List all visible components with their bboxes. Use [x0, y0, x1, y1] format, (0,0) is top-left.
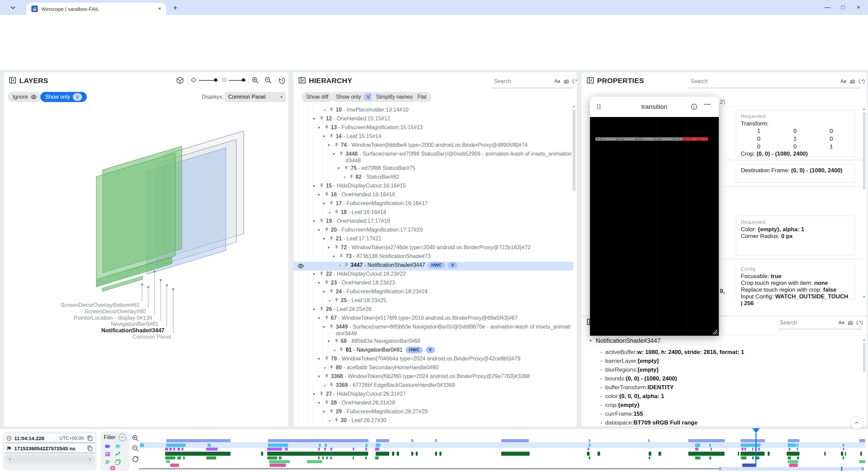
transactions-filter-icon[interactable] [115, 451, 121, 457]
pin-icon[interactable] [319, 306, 326, 312]
collapse-node-icon[interactable]: ▾ [338, 165, 344, 172]
pin-icon[interactable] [334, 142, 341, 148]
window-maximize-button[interactable]: □ [836, 0, 850, 15]
timeline-bar-protolog[interactable] [206, 456, 216, 459]
collapse-node-icon[interactable]: ▾ [318, 399, 324, 406]
selected-node-label[interactable]: NotificationShade#3447 [596, 337, 660, 345]
timeline-bar-surface-flinger[interactable] [325, 444, 327, 447]
timeline-bar-window-manager[interactable] [752, 448, 753, 451]
timeline-bar-transactions[interactable] [787, 452, 800, 456]
timeline-bar-transactions[interactable] [688, 452, 725, 456]
collapse-node-icon[interactable]: ▾ [323, 408, 329, 415]
info-icon[interactable] [690, 103, 698, 111]
timeline-bar-surface-flinger[interactable] [741, 444, 761, 447]
timeline-reset-zoom-icon[interactable] [132, 455, 139, 463]
collapse-node-icon[interactable]: ▾ [328, 142, 334, 149]
collapse-node-icon[interactable]: ▾ [313, 306, 319, 313]
timeline-bar-transactions[interactable] [439, 452, 441, 456]
property-row-dataspace[interactable]: dataspace: BT709 sRGB Full range [600, 419, 697, 426]
search-options[interactable]: Aaab(.*) [839, 320, 863, 325]
show-only-chip[interactable]: Show only V [40, 92, 87, 102]
layer-label[interactable]: PointerLocation - display 0#134 [74, 315, 152, 321]
timeline-bar-screen-recording[interactable] [589, 439, 590, 442]
pin-icon[interactable] [344, 165, 351, 171]
timeline-bar-surface-flinger[interactable] [589, 444, 591, 447]
timeline-bar-window-manager[interactable] [324, 448, 326, 451]
timeline-bar-transactions[interactable] [860, 452, 862, 456]
hierarchy-row-29[interactable]: ▾29 - FullscreenMagnification:26:27#29 [293, 408, 573, 417]
timeline-cursor-marker[interactable] [752, 428, 760, 433]
minimap-left-handle[interactable] [719, 467, 721, 471]
timeline-bar-protolog[interactable] [752, 456, 754, 459]
property-row-blurRegions[interactable]: blurRegions: [empty] [600, 367, 658, 373]
timeline-bar-transactions[interactable] [435, 452, 437, 456]
pin-icon[interactable] [329, 382, 336, 388]
collapse-node-icon[interactable]: ▾ [328, 338, 334, 345]
timeline-bar-surface-flinger[interactable] [797, 444, 798, 447]
timeline-bar-protolog[interactable] [322, 456, 324, 459]
timeline-bar-transactions[interactable] [501, 452, 530, 456]
spacing-slider-handle[interactable] [242, 78, 245, 82]
overlay-header[interactable]: transition — [590, 97, 719, 117]
tab-search-chevron-icon[interactable] [8, 3, 18, 12]
timeline-zoom-in-icon[interactable] [132, 434, 139, 442]
pin-icon[interactable] [329, 408, 336, 414]
ns-value[interactable]: 1715339054227572545 ns [14, 446, 75, 451]
hierarchy-row-72[interactable]: ▾72 - WindowToken{a2746de type=2040 andr… [293, 244, 573, 253]
layer-label[interactable]: NotificationShade#3447 [101, 327, 164, 333]
pin-icon[interactable] [319, 391, 326, 396]
collapse-node-icon[interactable]: ▾ [323, 323, 329, 330]
timeline-bar-transactions[interactable] [416, 452, 418, 456]
timeline-bar-window-manager[interactable] [353, 448, 354, 451]
collapse-node-icon[interactable]: ▾ [323, 200, 329, 207]
collapse-node-icon[interactable]: ▾ [318, 227, 324, 233]
pin-icon[interactable] [324, 315, 331, 320]
pin-icon[interactable] [319, 271, 326, 276]
hierarchy-row-21[interactable]: ▾21 - Leaf:17:17#21 [293, 235, 573, 244]
reset-view-icon[interactable] [278, 76, 286, 84]
hierarchy-row-28[interactable]: ▾28 - OneHanded:26:31#28 [293, 399, 573, 408]
timeline-cursor-line[interactable] [755, 433, 756, 468]
hierarchy-row-68[interactable]: ▾68 - 885b63e NavigationBar0#68 [293, 338, 573, 347]
timeline-bar-window-manager[interactable] [742, 448, 744, 451]
timeline-bar-transactions[interactable] [845, 452, 846, 456]
prev-frame-button[interactable]: ‹ [9, 456, 11, 463]
hierarchy-row-14[interactable]: ▾14 - Leaf:15:15#14 [293, 133, 573, 142]
timeline-bar-screen-recording[interactable] [501, 439, 529, 442]
timeline-bar-surface-flinger[interactable] [140, 444, 144, 447]
pin-icon[interactable] [339, 347, 346, 352]
timeline-bar-screen-recording[interactable] [166, 439, 231, 442]
hierarchy-row-20[interactable]: ▾20 - FullscreenMagnification:17:17#20 [293, 227, 573, 235]
pin-icon[interactable] [324, 279, 331, 285]
pin-icon[interactable] [324, 399, 331, 405]
pin-icon[interactable] [329, 364, 336, 370]
pin-icon[interactable] [329, 288, 336, 294]
timeline-bar-view-capture[interactable] [307, 460, 322, 463]
timeline-bar-surface-flinger[interactable] [208, 444, 211, 447]
timestamp-value[interactable]: 11:04:14.228 [14, 435, 44, 441]
hierarchy-row-79[interactable]: ▾79 - WindowToken{7046b4a type=2024 andr… [293, 355, 573, 364]
timeline-bar-surface-flinger[interactable] [695, 444, 700, 447]
collapse-node-icon[interactable]: ▾ [318, 191, 324, 198]
flat-chip[interactable]: Flat [413, 92, 431, 102]
ns-time-field[interactable]: 1715339054227572545 ns [5, 444, 95, 453]
collapse-node-icon[interactable]: ▾ [333, 253, 339, 260]
timeline-bar-transactions[interactable] [411, 452, 413, 456]
collapse-node-icon[interactable]: ▾ [313, 115, 319, 122]
hierarchy-row-81[interactable]: 81 - NavigationBar0#81HWCV [293, 347, 573, 355]
protolog-filter-icon[interactable] [104, 459, 111, 465]
pin-icon[interactable] [329, 106, 336, 112]
timeline-bar-transitions[interactable] [170, 464, 179, 467]
hierarchy-row-16[interactable]: ▾16 - OneHanded:16:16#16 [293, 191, 573, 200]
timeline-bar-window-manager[interactable] [165, 448, 168, 451]
collapse-node-icon[interactable]: ▾ [313, 218, 319, 224]
hierarchy-row-74[interactable]: ▾74 - WindowToken{fdddbe6 type=2000 andr… [293, 142, 573, 151]
window-close-button[interactable]: × [852, 0, 865, 15]
timeline-bar-window-manager[interactable] [797, 448, 798, 451]
timeline-bar-transactions[interactable] [649, 452, 651, 456]
hierarchy-row-15[interactable]: ▾15 - HideDisplayCutout:16:16#15 [293, 182, 573, 191]
tab-close-icon[interactable]: × [158, 5, 161, 12]
timeline-bar-surface-flinger[interactable] [376, 444, 380, 447]
pin-icon[interactable] [324, 373, 331, 379]
timeline-bar-screen-recording[interactable] [688, 439, 725, 442]
